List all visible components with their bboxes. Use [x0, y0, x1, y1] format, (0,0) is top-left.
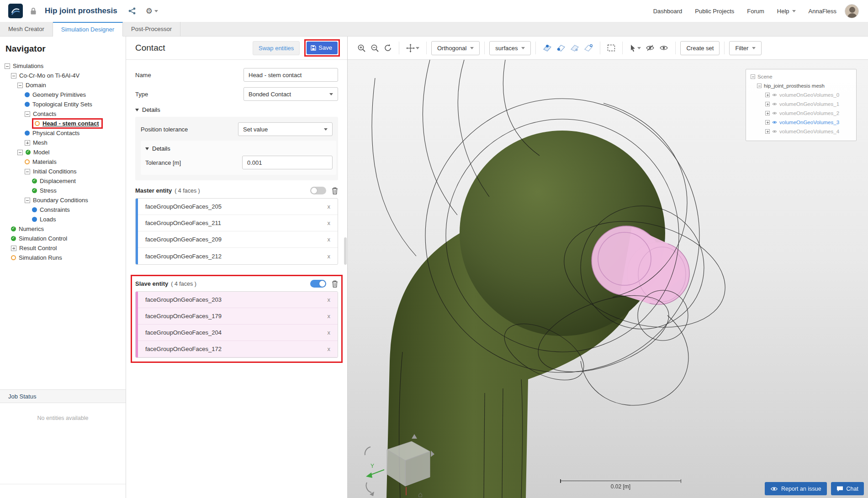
select-cursor-icon[interactable]	[627, 42, 643, 54]
face-group-item[interactable]: faceGroupOnGeoFaces_204x	[138, 325, 338, 341]
tree-item-simulation-runs[interactable]: Simulation Runs	[0, 253, 126, 262]
chat-button[interactable]: Chat	[831, 482, 864, 495]
share-icon[interactable]	[128, 7, 136, 15]
remove-face-button[interactable]: x	[328, 253, 331, 260]
collapse-icon[interactable]	[751, 74, 755, 79]
scene-volume[interactable]: volumeOnGeoVolumes_0	[750, 90, 852, 100]
tree-item-domain[interactable]: Domain	[0, 80, 126, 90]
tree-item-simulations[interactable]: Simulations	[0, 61, 126, 71]
slave-visibility-toggle[interactable]	[310, 280, 326, 288]
username[interactable]: AnnaFless	[809, 8, 836, 15]
collapse-icon[interactable]	[757, 84, 762, 88]
swap-entities-button[interactable]: Swap entities	[253, 41, 300, 55]
nav-help[interactable]: Help	[777, 8, 796, 15]
tree-item-boundary-conditions[interactable]: Boundary Conditions	[0, 195, 126, 205]
face-group-item[interactable]: faceGroupOnGeoFaces_205x	[138, 199, 338, 215]
tree-item-stress[interactable]: Stress	[0, 186, 126, 195]
remove-face-button[interactable]: x	[328, 346, 331, 352]
show-all-eye-icon[interactable]	[657, 42, 671, 53]
tab-post-processor[interactable]: Post-Processor	[123, 22, 180, 36]
expand-icon[interactable]	[765, 93, 770, 97]
expand-icon[interactable]	[25, 140, 30, 146]
pan-tool-icon[interactable]	[404, 42, 422, 55]
contact-name-input[interactable]	[243, 68, 338, 82]
visibility-eye-icon[interactable]	[772, 130, 777, 133]
tree-item-head-stem-contact[interactable]: Head - stem contact	[0, 119, 126, 128]
contact-type-select[interactable]: Bonded Contact	[243, 87, 338, 101]
section-plane-icon[interactable]	[568, 42, 582, 54]
nav-forum[interactable]: Forum	[747, 8, 764, 15]
clip-volume-icon[interactable]	[554, 42, 568, 54]
tree-item-loads[interactable]: Loads	[0, 215, 126, 224]
scene-volume[interactable]: volumeOnGeoVolumes_4	[750, 127, 852, 136]
scene-volume-highlighted[interactable]: volumeOnGeoVolumes_3	[750, 118, 852, 127]
explode-view-icon[interactable]	[582, 42, 595, 54]
expand-icon[interactable]	[765, 120, 770, 125]
tree-item-geometry-primitives[interactable]: Geometry Primitives	[0, 90, 126, 100]
panel-scrollbar[interactable]	[344, 237, 347, 265]
tree-item-materials[interactable]: Materials	[0, 157, 126, 167]
zoom-out-icon[interactable]	[368, 42, 381, 55]
tree-item-physical-contacts[interactable]: Physical Contacts	[0, 128, 126, 138]
collapse-icon[interactable]	[5, 63, 10, 69]
master-delete-trash-icon[interactable]	[332, 187, 338, 194]
hide-selected-icon[interactable]	[643, 42, 657, 53]
app-logo[interactable]	[8, 4, 23, 18]
visibility-eye-icon[interactable]	[772, 121, 777, 124]
render-mode-select[interactable]: surfaces	[489, 41, 531, 55]
expand-icon[interactable]	[765, 102, 770, 106]
remove-face-button[interactable]: x	[328, 313, 331, 320]
face-group-item[interactable]: faceGroupOnGeoFaces_203x	[138, 292, 338, 308]
tree-item-topological-entity-sets[interactable]: Topological Entity Sets	[0, 100, 126, 109]
report-issue-button[interactable]: Report an issue	[765, 482, 827, 495]
inner-details-toggle[interactable]: Details	[145, 145, 336, 152]
tab-mesh-creator[interactable]: Mesh Creator	[0, 22, 53, 36]
slave-delete-trash-icon[interactable]	[332, 280, 338, 288]
face-group-item[interactable]: faceGroupOnGeoFaces_212x	[138, 248, 338, 264]
expand-icon[interactable]	[765, 129, 770, 134]
tree-item-mesh[interactable]: Mesh	[0, 138, 126, 147]
save-button[interactable]: Save	[307, 42, 338, 54]
collapse-icon[interactable]	[25, 198, 30, 203]
filter-select[interactable]: Filter	[729, 41, 762, 55]
remove-face-button[interactable]: x	[328, 203, 331, 210]
face-group-item[interactable]: faceGroupOnGeoFaces_172x	[138, 341, 338, 357]
remove-face-button[interactable]: x	[328, 329, 331, 336]
clip-plane-icon[interactable]	[540, 42, 554, 54]
visibility-eye-icon[interactable]	[772, 111, 777, 115]
expand-icon[interactable]	[765, 111, 770, 115]
avatar[interactable]	[845, 4, 859, 18]
expand-icon[interactable]	[11, 246, 16, 251]
collapse-icon[interactable]	[25, 111, 30, 117]
tree-item-simulation-control[interactable]: Simulation Control	[0, 234, 126, 243]
tree-item-simulation[interactable]: Co-Cr-Mo on Ti-6Al-4V	[0, 71, 126, 80]
zoom-in-icon[interactable]	[355, 42, 368, 55]
face-group-item[interactable]: faceGroupOnGeoFaces_211x	[138, 215, 338, 231]
remove-face-button[interactable]: x	[328, 236, 331, 243]
nav-public-projects[interactable]: Public Projects	[695, 8, 734, 15]
scene-volume[interactable]: volumeOnGeoVolumes_2	[750, 109, 852, 118]
box-select-icon[interactable]	[605, 42, 618, 54]
reset-view-icon[interactable]	[381, 42, 394, 54]
tree-item-result-control[interactable]: Result Control	[0, 243, 126, 253]
face-group-item[interactable]: faceGroupOnGeoFaces_209x	[138, 231, 338, 248]
remove-face-button[interactable]: x	[328, 296, 331, 303]
job-status-header[interactable]: Job Status	[0, 389, 126, 403]
settings-gear-icon[interactable]: ⚙	[146, 7, 158, 15]
collapse-icon[interactable]	[17, 83, 23, 88]
tree-item-model[interactable]: Model	[0, 147, 126, 157]
tab-simulation-designer[interactable]: Simulation Designer	[53, 22, 123, 37]
nav-dashboard[interactable]: Dashboard	[653, 8, 683, 15]
tolerance-input[interactable]	[242, 156, 333, 169]
visibility-eye-icon[interactable]	[772, 102, 777, 106]
details-toggle[interactable]: Details	[135, 106, 338, 113]
scene-root[interactable]: Scene	[750, 72, 852, 81]
tree-item-displacement[interactable]: Displacement	[0, 176, 126, 186]
tree-item-numerics[interactable]: Numerics	[0, 224, 126, 234]
collapse-icon[interactable]	[25, 169, 30, 174]
tree-item-constraints[interactable]: Constraints	[0, 205, 126, 215]
create-set-button[interactable]: Create set	[680, 41, 720, 55]
render-stage[interactable]: Scene hip_joint_prosthesis mesh volumeOn…	[348, 60, 868, 498]
face-group-item[interactable]: faceGroupOnGeoFaces_179x	[138, 308, 338, 325]
scene-volume[interactable]: volumeOnGeoVolumes_1	[750, 100, 852, 109]
